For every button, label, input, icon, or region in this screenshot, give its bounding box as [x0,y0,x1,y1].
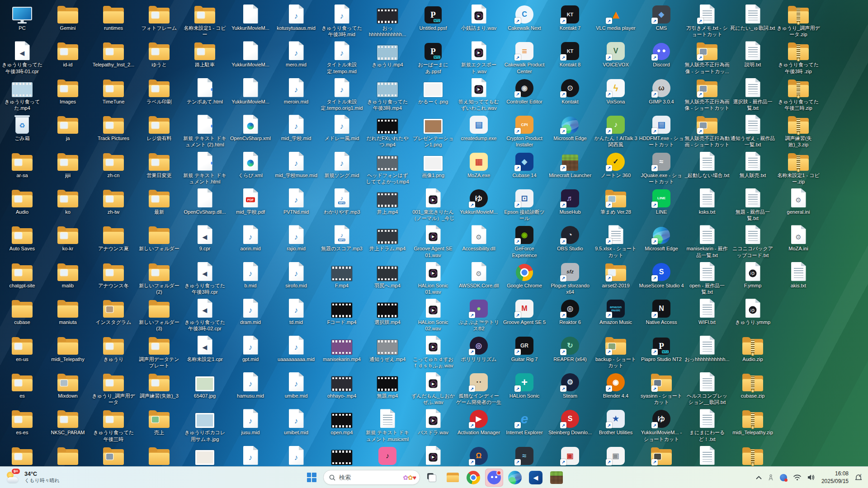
desktop-icon[interactable]: ↗無人販売不正行為画像 - ショートカット [684,77,730,112]
desktop-icon[interactable]: S↗Steinberg Downlo... [547,408,593,436]
desktop-icon[interactable]: 羽尻へ.mp4 [365,261,410,289]
desktop-icon[interactable]: きゅうり食ってた午後3時 .zip [776,40,821,75]
desktop-icon[interactable]: ⚙general.ini [776,188,821,215]
desktop-icon[interactable]: きゅうり食ってた午後3時.mp4 [365,77,410,112]
desktop-icon[interactable]: ♪jusu.mid [228,408,273,436]
desktop-icon[interactable]: cubase.zip [730,371,775,399]
desktop-icon[interactable]: ♪aorin.mid [228,224,273,252]
desktop-icon[interactable]: cubase [0,298,45,325]
desktop-icon[interactable]: Google Chrome [502,261,547,289]
desktop-icon[interactable]: Fコード.mp4 [319,298,364,325]
desktop-icon[interactable]: きゅうり_調声用データ.zip [776,4,821,38]
desktop-icon[interactable]: 無人販売.txt [730,151,775,178]
desktop-icon[interactable]: ▦MoZA.exe [456,151,501,178]
desktop-icon[interactable]: ksks.txt [684,188,730,215]
desktop-icon[interactable]: CPI↗Crypton Product Installer [502,114,547,148]
desktop-icon[interactable]: ♪sirofo.mid [274,261,319,289]
taskbar-discord-button[interactable] [485,469,503,487]
desktop-icon[interactable]: ♪タイトル未設定.tempo.orig1.mid [319,77,364,112]
desktop-icon[interactable]: ▤↗HDDFMT.exe - ショートカット [639,114,684,148]
desktop-icon[interactable]: ▤createdump.exe [456,114,501,141]
desktop-icon[interactable]: ♪meroin.mid [274,77,319,105]
desktop-icon[interactable]: ko [45,188,90,215]
desktop-icon[interactable]: ↗Minecraft Launcher [547,151,593,178]
desktop-icon[interactable]: ◉↗Controller Editor [502,77,547,105]
desktop-icon[interactable]: ヘッドフォンはずしててよかっt.mp4 [365,151,410,185]
desktop-icon[interactable]: 説明.txt [730,40,775,68]
desktop-icon[interactable]: runtimes [91,4,136,31]
desktop-icon[interactable]: open.mp4 [319,408,364,436]
desktop-icon[interactable]: _起動しない場合.txt [684,151,730,178]
desktop-icon[interactable]: ラベル印刷 [137,77,182,105]
desktop-icon[interactable]: 新しいフォルダー (3) [137,298,182,332]
desktop-icon[interactable]: Pおーばーまにあ.ppsf [410,40,456,75]
desktop-icon[interactable]: ko-kr [45,224,90,252]
desktop-icon[interactable]: ◎↗ポリリリリズム [456,335,501,362]
desktop-icon[interactable]: ◔↗OBS Studio [547,224,593,252]
desktop-icon[interactable]: Auto Saves [0,224,45,252]
desktop-icon[interactable]: en-us [0,335,45,362]
desktop-icon[interactable]: PUntitled.ppsf [410,4,456,31]
desktop-icon[interactable]: ≈↗JQuake.exe - ショートカット [639,151,684,185]
desktop-icon[interactable]: ◉↗Blender 4.4 [593,371,638,399]
desktop-icon[interactable]: 新規 テキスト ドキュメント.html [182,151,227,185]
desktop-icon[interactable]: 選択肢.mp4 [365,298,410,325]
desktop-icon[interactable]: ↗無人販売不正行為動画 - ショートカット [684,114,730,148]
desktop-icon[interactable]: YukkuriMovieM... [228,40,273,68]
desktop-icon[interactable]: NKSC_PARAM [45,408,90,436]
desktop-icon[interactable]: manisekarin - 親作品一覧.txt [684,224,730,258]
desktop-icon[interactable]: • •↗孤独なインディーゲーム開発者の一生 ... [456,371,501,406]
taskbar-file-explorer-button[interactable] [443,469,462,487]
desktop-icon[interactable]: ✓↗ノートン 360 [593,151,638,178]
taskbar-minecraft-button[interactable] [547,469,566,487]
desktop-icon[interactable]: ↗syasinn - ショートカット [639,371,684,406]
desktop-icon[interactable]: ▶↗Activation Manager [456,408,501,436]
desktop-icon[interactable]: malib [45,261,90,289]
desktop-icon[interactable]: ↗9.5.xlsx - ショートカット [593,224,638,258]
desktop-icon[interactable]: e↗Internet Explorer [502,408,547,436]
desktop-icon[interactable]: ♪umibet.mid [274,408,319,436]
desktop-icon[interactable]: KT↗Kontakt 7 [547,4,593,31]
desktop-icon[interactable]: ↗万引きメモ.txt - ショートカット [684,4,730,38]
desktop-icon[interactable]: YukkuriMovieM... [228,77,273,105]
desktop-icon[interactable]: くらび.xml [228,151,273,178]
desktop-icon[interactable]: ↗backup - ショートカット [593,335,638,369]
desktop-icon[interactable]: ar-sa [0,151,45,178]
desktop-icon[interactable]: zh-tw [91,188,136,215]
desktop-icon[interactable]: KT↗Kontakt 8 [547,40,593,68]
desktop-icon[interactable]: 無題.mp4 [365,371,410,399]
desktop-icon[interactable]: ♪mid_学校muse.mid [274,151,319,178]
desktop-icon[interactable]: ★↗Brother Utilities [593,408,638,436]
desktop-icon[interactable]: 新しいフォルダー [137,224,182,252]
desktop-icon[interactable]: ♪dram.mid [228,298,273,325]
desktop-icon[interactable]: jijii [45,151,90,178]
desktop-icon[interactable]: きゅうり_調声用データ [91,371,136,406]
desktop-icon[interactable]: 画像1.png [410,151,456,178]
desktop-icon[interactable]: ♪タイトル未設定.tempo.mid [319,40,364,75]
desktop-icon[interactable]: ▶新規エクスポート.wav [456,40,501,75]
desktop-icon[interactable]: LINE↗LINE [639,188,684,215]
desktop-icon[interactable]: きゅうり食ってた午後三時 [91,408,136,442]
clock[interactable]: 16:08 2025/09/15 [821,470,849,484]
taskbar-chrome-button[interactable] [464,469,482,487]
desktop-icon[interactable]: ≡↗Cakewalk Product Center [502,40,547,75]
desktop-icon[interactable]: アナウンス夏 [91,224,136,252]
desktop-icon[interactable]: 井上.mp4 [365,188,410,215]
search-box[interactable]: 検索 ✿✿♥ [323,470,420,485]
desktop-icon[interactable]: id-id [45,40,90,68]
desktop-icon[interactable]: 無題 - 親作品一覧.txt [730,188,775,222]
desktop-icon[interactable]: アナウンス冬 [91,261,136,289]
desktop-icon[interactable]: V↗VOICEVOX [593,40,638,68]
desktop-icon[interactable]: ◎↗Reaktor 6 [547,298,593,325]
desktop-icon[interactable]: Gemini [45,4,90,31]
desktop-icon[interactable]: ⚙MoZA.ini [776,224,821,252]
taskbar-edge-button[interactable] [506,469,524,487]
desktop-icon[interactable]: 調声用データテンプレート [137,335,182,369]
desktop-icon[interactable]: midi_Telepathy [45,335,90,362]
desktop-icon[interactable]: ohhayo-.mp4 [319,371,364,399]
desktop-icon[interactable]: きゅうりボカコレ用サムネ.jpg [182,408,227,442]
desktop-icon[interactable]: PDFmid_学校.pdf [228,188,273,215]
desktop-icon[interactable]: sfz↗Plogue sforzando x64 [547,261,593,296]
desktop-icon[interactable]: 名称未設定1 - コピー.zip [776,151,821,185]
desktop-icon[interactable]: ヘルスコンプレッション__歌詞.txt [684,371,730,406]
